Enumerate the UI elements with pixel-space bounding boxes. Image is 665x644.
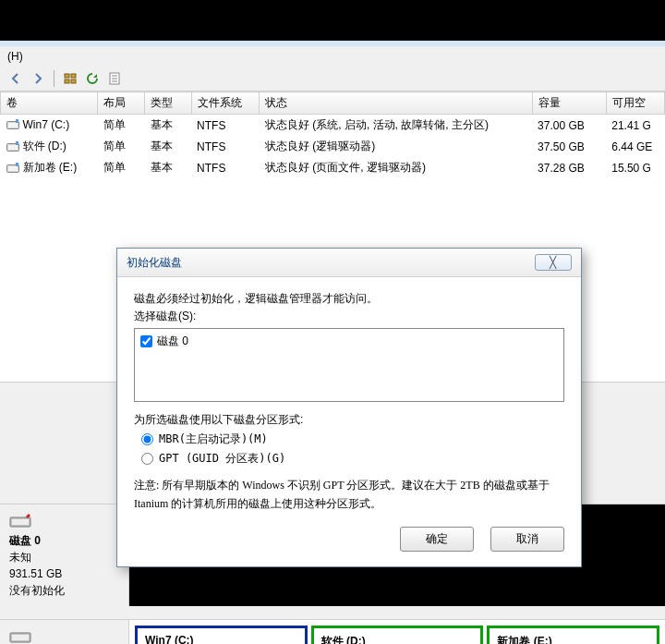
cell-fs: NTFS [191, 157, 260, 178]
disk1-partitions[interactable]: Win7 (C:) 软件 (D:) 新加卷 (E:) [129, 620, 665, 644]
cell-free: 15.50 G [606, 157, 664, 178]
disk-icon [9, 627, 35, 644]
disk0-line3: 没有初始化 [9, 584, 65, 597]
disk0-label: 磁盘 0 未知 931.51 GB 没有初始化 [0, 504, 129, 606]
dialog-buttons: 确定 取消 [134, 527, 564, 552]
cell-free: 21.41 G [606, 115, 664, 137]
toolbar-divider [54, 70, 54, 87]
radio-gpt-input[interactable] [141, 453, 153, 465]
cell-fs: NTFS [191, 136, 260, 157]
volume-cell: 新加卷 (E:) [6, 160, 78, 176]
initialize-disk-dialog: 初始化磁盘 ╳ 磁盘必须经过初始化，逻辑磁盘管理器才能访问。 选择磁盘(S): … [116, 248, 582, 567]
disk0-line1: 未知 [9, 551, 31, 564]
dialog-title-text: 初始化磁盘 [127, 255, 182, 271]
view-icon[interactable] [62, 70, 79, 87]
cell-free: 6.44 GE [606, 136, 664, 157]
disk0-line2: 931.51 GB [9, 567, 62, 580]
select-disk-label: 选择磁盘(S): [134, 308, 564, 325]
col-capacity[interactable]: 容量 [532, 92, 606, 115]
svg-rect-3 [71, 79, 76, 83]
col-fs[interactable]: 文件系统 [191, 92, 260, 115]
dialog-msg: 磁盘必须经过初始化，逻辑磁盘管理器才能访问。 [134, 290, 564, 308]
svg-rect-0 [65, 74, 69, 78]
volume-name: 软件 (D:) [23, 139, 66, 154]
svg-rect-15 [8, 166, 18, 171]
cell-status: 状态良好 (系统, 启动, 活动, 故障转储, 主分区) [260, 115, 532, 137]
radio-gpt-label: GPT (GUID 分区表)(G) [159, 450, 285, 468]
disk-listbox[interactable]: 磁盘 0 [134, 328, 564, 402]
table-header-row: 卷 布局 类型 文件系统 状态 容量 可用空 [1, 92, 665, 115]
partition-software[interactable]: 软件 (D:) [311, 626, 484, 644]
properties-icon[interactable] [106, 70, 123, 87]
col-status[interactable]: 状态 [260, 92, 532, 115]
disk0-title: 磁盘 0 [9, 534, 41, 547]
volume-name: Win7 (C:) [23, 118, 70, 131]
window-top-blackbar [0, 0, 665, 41]
cell-layout: 简单 [98, 136, 145, 157]
volume-cell: 软件 (D:) [6, 139, 66, 154]
svg-rect-18 [12, 519, 29, 525]
radio-mbr-input[interactable] [141, 433, 153, 445]
toolbar [0, 67, 665, 91]
menu-help[interactable]: (H) [7, 50, 23, 63]
volume-cell: Win7 (C:) [6, 118, 70, 131]
close-icon: ╳ [550, 256, 557, 269]
ok-button[interactable]: 确定 [400, 527, 474, 552]
col-layout[interactable]: 布局 [98, 92, 145, 115]
radio-gpt[interactable]: GPT (GUID 分区表)(G) [134, 449, 564, 468]
svg-rect-9 [8, 123, 18, 128]
menu-bar[interactable]: (H) [0, 46, 665, 67]
cell-type: 基本 [145, 157, 192, 178]
refresh-icon[interactable] [84, 70, 101, 87]
cell-status: 状态良好 (页面文件, 逻辑驱动器) [260, 157, 532, 178]
svg-rect-2 [65, 79, 69, 83]
svg-rect-10 [16, 119, 18, 123]
col-free[interactable]: 可用空 [606, 92, 664, 115]
disk1-label: 磁盘 1 基本 111.79 GB [0, 620, 129, 644]
table-row[interactable]: 软件 (D:)简单基本NTFS状态良好 (逻辑驱动器)37.50 GB6.44 … [1, 136, 665, 157]
cell-capacity: 37.50 GB [532, 136, 606, 157]
disk-item-label: 磁盘 0 [157, 333, 188, 350]
radio-mbr[interactable]: MBR(主启动记录)(M) [134, 430, 564, 449]
back-icon[interactable] [7, 70, 24, 87]
table-row[interactable]: 新加卷 (E:)简单基本NTFS状态良好 (页面文件, 逻辑驱动器)37.28 … [1, 157, 665, 178]
cancel-button[interactable]: 取消 [490, 527, 564, 552]
forward-icon[interactable] [30, 70, 46, 87]
table-row[interactable]: Win7 (C:)简单基本NTFS状态良好 (系统, 启动, 活动, 故障转储,… [1, 115, 665, 137]
col-volume[interactable]: 卷 [1, 92, 98, 115]
cell-type: 基本 [145, 115, 192, 137]
cell-fs: NTFS [191, 115, 260, 137]
svg-rect-1 [71, 74, 76, 78]
dialog-body: 磁盘必须经过初始化，逻辑磁盘管理器才能访问。 选择磁盘(S): 磁盘 0 为所选… [117, 277, 581, 566]
disk-row-1[interactable]: 磁盘 1 基本 111.79 GB Win7 (C:) 软件 (D:) 新加卷 … [0, 619, 665, 644]
cell-capacity: 37.00 GB [532, 115, 606, 137]
cell-layout: 简单 [98, 157, 145, 178]
cell-capacity: 37.28 GB [532, 157, 606, 178]
disk-icon [9, 512, 35, 530]
volume-name: 新加卷 (E:) [23, 160, 78, 176]
partition-name: 新加卷 (E:) [497, 635, 551, 644]
partition-newvol[interactable]: 新加卷 (E:) [487, 626, 659, 644]
disk-checkbox[interactable] [140, 335, 152, 347]
partition-win7[interactable]: Win7 (C:) [135, 626, 308, 644]
dialog-close-button[interactable]: ╳ [535, 254, 572, 271]
svg-rect-16 [16, 163, 18, 166]
cell-type: 基本 [145, 136, 192, 157]
disk-list-item[interactable]: 磁盘 0 [140, 333, 558, 350]
dialog-titlebar[interactable]: 初始化磁盘 ╳ [117, 249, 581, 277]
partition-name: Win7 (C:) [145, 634, 194, 644]
cell-status: 状态良好 (逻辑驱动器) [260, 136, 532, 157]
cell-layout: 简单 [98, 115, 145, 137]
svg-rect-20 [12, 635, 29, 640]
partition-style-label: 为所选磁盘使用以下磁盘分区形式: [134, 411, 564, 429]
col-type[interactable]: 类型 [145, 92, 192, 115]
radio-mbr-label: MBR(主启动记录)(M) [159, 431, 268, 448]
dialog-note: 注意: 所有早期版本的 Windows 不识别 GPT 分区形式。建议在大于 2… [134, 476, 564, 514]
partition-name: 软件 (D:) [321, 635, 366, 644]
svg-rect-12 [8, 145, 18, 150]
svg-rect-13 [16, 141, 18, 145]
